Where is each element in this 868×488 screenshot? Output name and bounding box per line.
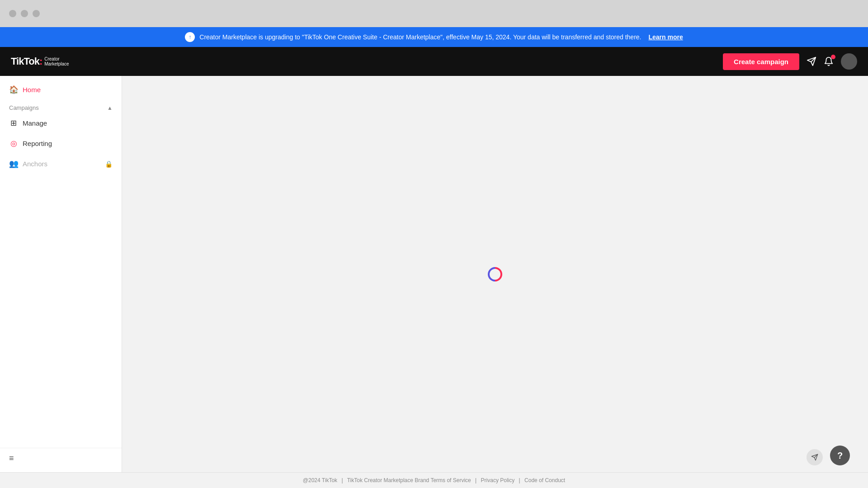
browser-chrome [0,0,868,27]
lock-icon: 🔒 [105,160,113,168]
send-icon-button[interactable] [807,56,816,66]
avatar[interactable] [841,53,857,70]
logo-marketplace-block: Creator Marketplace [44,56,69,66]
sidebar-campaigns-section: Campaigns ▲ [0,100,122,113]
main-layout: 🏠 Home Campaigns ▲ ⊞ Manage ◎ Reporting … [0,76,868,472]
sidebar-anchors-label: Anchors [23,160,47,168]
browser-dot-red [9,10,16,17]
sidebar-item-reporting[interactable]: ◎ Reporting [0,133,122,154]
sidebar-collapse-button[interactable]: ≡ [9,454,14,463]
reporting-icon: ◎ [9,139,18,148]
home-icon: 🏠 [9,85,18,94]
sidebar-reporting-label: Reporting [23,140,52,147]
browser-dot-yellow [21,10,28,17]
create-campaign-button[interactable]: Create campaign [723,53,799,70]
footer-copyright: @2024 TikTok [303,477,337,483]
anchors-icon: 👥 [9,159,18,169]
help-button[interactable]: ? [830,446,850,465]
upgrade-banner: ↑ Creator Marketplace is upgrading to "T… [0,27,868,47]
sidebar: 🏠 Home Campaigns ▲ ⊞ Manage ◎ Reporting … [0,76,122,472]
manage-icon: ⊞ [9,118,18,128]
sidebar-item-anchors: 👥 Anchors 🔒 [0,154,122,174]
app-container: ↑ Creator Marketplace is upgrading to "T… [0,27,868,488]
banner-message: Creator Marketplace is upgrading to "Tik… [199,33,641,41]
send-floating-icon [811,454,818,461]
sidebar-item-home[interactable]: 🏠 Home [0,80,122,100]
logo: TikTok : Creator Marketplace [11,56,69,67]
footer-conduct-link[interactable]: Code of Conduct [524,477,565,483]
header: TikTok : Creator Marketplace Create camp… [0,47,868,76]
campaigns-chevron-icon: ▲ [107,105,113,111]
footer-terms-link[interactable]: TikTok Creator Marketplace Brand Terms o… [347,477,471,483]
sidebar-footer: ≡ [0,448,122,469]
footer-privacy-link[interactable]: Privacy Policy [481,477,515,483]
logo-marketplace-label: Marketplace [44,61,69,66]
loading-spinner [488,267,502,282]
footer: @2024 TikTok | TikTok Creator Marketplac… [0,472,868,488]
content-area [122,76,868,472]
browser-dot-green [33,10,40,17]
notification-icon-button[interactable] [824,56,834,66]
campaigns-label: Campaigns [9,104,39,111]
sidebar-manage-label: Manage [23,119,47,127]
header-right: Create campaign [723,53,857,70]
sidebar-home-label: Home [23,86,41,94]
logo-tiktok-text: TikTok [11,56,39,67]
logo-creator-label: Creator [44,56,69,61]
spinner-inner [490,269,500,280]
send-icon [807,56,816,66]
send-floating-button[interactable] [807,449,823,465]
banner-upgrade-icon: ↑ [185,32,195,42]
sidebar-item-manage[interactable]: ⊞ Manage [0,113,122,133]
logo-dot: : [39,56,42,67]
banner-learn-more-link[interactable]: Learn more [648,33,683,41]
notification-badge [831,55,835,59]
